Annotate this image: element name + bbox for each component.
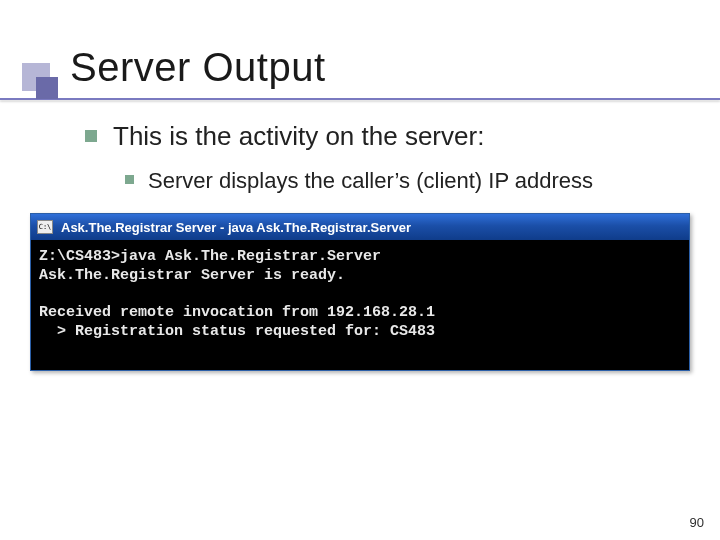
terminal-window-title: Ask.The.Registrar Server - java Ask.The.…	[61, 220, 411, 235]
bullet-level1: This is the activity on the server:	[85, 120, 660, 153]
slide: Server Output This is the activity on th…	[0, 0, 720, 540]
square-bullet-icon	[85, 130, 97, 142]
slide-title: Server Output	[30, 45, 720, 98]
content-area: This is the activity on the server: Serv…	[0, 100, 720, 195]
bullet-text: This is the activity on the server:	[113, 120, 484, 153]
title-area: Server Output	[30, 45, 720, 100]
cmd-icon: C:\	[37, 220, 53, 234]
terminal-line: Received remote invocation from 192.168.…	[39, 304, 435, 321]
terminal-output: Z:\CS483>java Ask.The.Registrar.Server A…	[31, 240, 689, 370]
title-underline	[0, 98, 720, 100]
page-number: 90	[690, 515, 704, 530]
deco-square-dark	[36, 77, 58, 99]
terminal-line: Z:\CS483>java Ask.The.Registrar.Server	[39, 248, 381, 265]
sub-bullet-text: Server displays the caller’s (client) IP…	[148, 167, 593, 196]
terminal-window: C:\ Ask.The.Registrar Server - java Ask.…	[30, 213, 690, 371]
terminal-titlebar: C:\ Ask.The.Registrar Server - java Ask.…	[31, 214, 689, 240]
bullet-level2: Server displays the caller’s (client) IP…	[125, 167, 660, 196]
terminal-line: > Registration status requested for: CS4…	[39, 323, 435, 340]
terminal-line: Ask.The.Registrar Server is ready.	[39, 267, 345, 284]
square-bullet-icon	[125, 175, 134, 184]
